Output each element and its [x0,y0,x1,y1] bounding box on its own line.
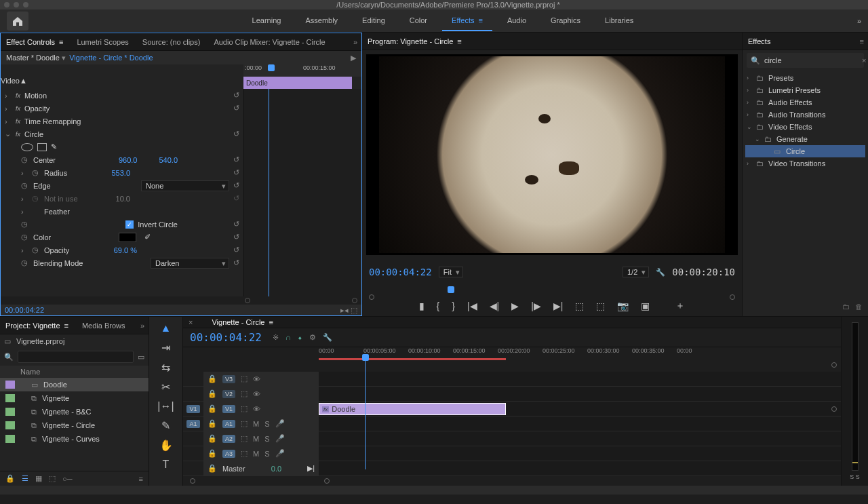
tab-project[interactable]: Project: Vignette ≡ [5,322,68,330]
home-button[interactable] [7,12,28,31]
program-playhead[interactable] [448,286,454,293]
fx-circle[interactable]: ⌄fxCircle↺ [1,128,243,140]
tree-audio-tr[interactable]: ›🗀Audio Transitions [745,109,865,121]
tab-program[interactable]: Program: Vignette - Circle ≡ [368,37,462,45]
program-scrubber[interactable] [369,285,735,296]
ws-editing[interactable]: Editing [353,11,395,31]
project-search-input[interactable] [18,351,134,363]
timeline-playhead[interactable] [362,354,369,361]
center-y-value[interactable]: 540.0 [159,156,178,164]
new-bin-icon[interactable]: 🗀 [842,303,850,316]
mark-in-icon[interactable]: { [437,301,440,311]
source-v1-badge[interactable]: V1 [186,405,199,413]
effects-search-input[interactable] [764,56,858,64]
fx-motion[interactable]: ›fxMotion↺ [1,89,243,102]
pen-mask-icon[interactable]: ✎ [51,142,57,151]
ws-assembly[interactable]: Assembly [296,11,347,31]
hand-tool-icon[interactable]: ✋ [159,439,173,452]
ws-graphics[interactable]: Graphics [541,11,590,31]
freeform-view-icon[interactable]: ⬚ [49,474,56,483]
wrench-icon[interactable]: 🔧 [656,268,665,277]
ripple-tool-icon[interactable]: ⇆ [161,361,170,374]
collapse-icon[interactable]: ▶| [307,464,315,473]
bin-item-vignette-bc[interactable]: ⧉Vignette - B&C [0,405,149,419]
zoom-slider[interactable]: ○─ [62,475,72,483]
color-swatch[interactable] [119,233,136,242]
ec-keyframe-area[interactable] [243,89,361,296]
fx-time-remapping[interactable]: ›fxTime Remapping [1,115,243,128]
bin-item-doodle[interactable]: ▭Doodle [0,378,149,391]
mute-icon[interactable]: M [253,420,259,428]
fx-opacity[interactable]: ›fxOpacity↺ [1,102,243,115]
ellipse-mask-icon[interactable] [21,143,33,151]
minimize-dot[interactable] [14,2,19,7]
tree-circle[interactable]: ▭Circle [745,145,865,157]
hscroll-handle[interactable] [190,478,195,484]
circle-opacity-value[interactable]: 69.0 % [114,246,137,254]
icon-view-icon[interactable]: ▦ [35,474,42,483]
eyedropper-icon[interactable]: ✐ [144,233,151,241]
panel-menu-icon[interactable]: ≡ [860,37,864,45]
bin-item-vignette[interactable]: ⧉Vignette [0,391,149,405]
extract-icon[interactable]: ⬚ [596,301,605,311]
tree-generate[interactable]: ⌄🗀Generate [745,133,865,145]
ec-clip-bar[interactable]: Doodle [243,77,352,89]
eye-icon[interactable]: 👁 [253,390,260,398]
reset-icon[interactable]: ↺ [233,91,239,100]
tree-lumetri[interactable]: ›🗀Lumetri Presets [745,84,865,96]
workspace-overflow[interactable]: » [857,17,861,25]
step-back-icon[interactable]: ◀| [490,301,500,311]
go-in-icon[interactable]: |◀ [467,301,477,311]
snap-icon[interactable]: ※ [273,333,279,342]
tab-menu-icon[interactable]: ≡ [59,38,63,46]
tab-sequence[interactable]: Vignette - Circle ≡ [212,318,273,326]
radius-value[interactable]: 553.0 [111,169,130,177]
tree-video-fx[interactable]: ⌄🗀Video Effects [745,121,865,133]
razor-tool-icon[interactable]: ✂ [161,381,170,393]
solo-icon[interactable]: S [264,420,269,428]
lock-icon[interactable]: 🔒 [5,474,15,483]
close-sequence-icon[interactable]: × [189,318,193,326]
eye-icon[interactable]: 👁 [253,405,260,413]
panel-overflow[interactable]: » [140,322,144,330]
ec-timecode[interactable]: 00:00:04:22 [5,306,44,314]
prop-feather[interactable]: › Feather [1,205,243,218]
tree-audio-fx[interactable]: ›🗀Audio Effects [745,96,865,109]
mark-icon[interactable]: ▮ [419,301,425,311]
panel-overflow[interactable]: » [353,38,357,46]
add-button-icon[interactable]: ＋ [675,300,685,312]
link-icon[interactable]: ∩ [285,333,291,342]
edge-select[interactable]: None [141,180,229,191]
export-frame-icon[interactable]: 📷 [617,301,629,311]
ws-audio[interactable]: Audio [498,11,536,31]
type-tool-icon[interactable]: T [163,459,170,471]
tab-media-browser[interactable]: Media Brows [82,322,125,330]
stopwatch-icon[interactable]: ◷ [21,155,29,164]
center-x-value[interactable]: 960.0 [119,156,138,164]
program-tc-left[interactable]: 00:00:04:22 [369,267,432,277]
scrollbar-handle[interactable] [352,298,357,303]
filter-icon[interactable]: ▭ [138,353,144,362]
lock-icon[interactable]: 🔒 [208,374,217,383]
ec-go-icon[interactable]: ▶ [351,54,356,62]
tree-video-tr[interactable]: ›🗀Video Transitions [745,157,865,170]
ws-learning[interactable]: Learning [243,11,291,31]
hscroll-handle[interactable] [324,478,330,484]
panel-menu-icon[interactable]: ≡ [139,475,143,483]
pen-tool-icon[interactable]: ✎ [161,419,170,432]
tab-effects-panel[interactable]: Effects [748,37,770,45]
step-fwd-icon[interactable]: |▶ [531,301,541,311]
timeline-clip-doodle[interactable]: fxDoodle [319,403,506,415]
resolution-select[interactable]: 1/2 [623,267,649,277]
marker-icon[interactable]: ⬥ [298,333,302,342]
timeline-tc[interactable]: 00:00:04:22 [190,331,262,344]
voice-icon[interactable]: 🎤 [275,419,285,428]
go-out-icon[interactable]: ▶| [553,301,564,311]
tree-presets[interactable]: ›🗀Presets [745,72,865,84]
play-icon[interactable]: ▶ [511,301,519,311]
work-area-bar[interactable] [319,358,506,360]
delete-icon[interactable]: 🗑 [855,303,863,316]
slip-tool-icon[interactable]: |↔| [157,400,174,412]
ws-color[interactable]: Color [400,11,437,31]
scrollbar-handle[interactable] [245,298,250,303]
